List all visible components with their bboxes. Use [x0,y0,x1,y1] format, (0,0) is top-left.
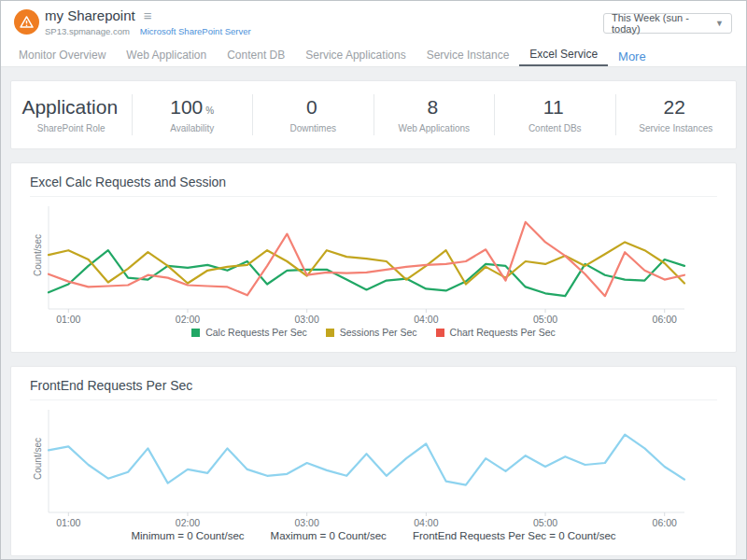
svg-text:05:00: 05:00 [533,314,557,325]
tab-more[interactable]: More [608,43,656,66]
chart-legend: Calc Requests Per Sec Sessions Per Sec C… [30,327,717,338]
svg-text:04:00: 04:00 [414,517,438,528]
legend-label: Calc Requests Per Sec [205,327,307,338]
stat-label: Web Applications [374,123,495,133]
chevron-down-icon: ▼ [715,19,724,28]
stat-content-dbs: 11 Content DBs [494,94,615,135]
legend-swatch-red [436,329,444,337]
legend-item-sessions[interactable]: Sessions Per Sec [326,327,417,338]
summary-stats-card: Application SharePoint Role 100% Availab… [10,80,737,149]
y-axis-label: Count/sec [30,203,45,307]
monitor-hostname: SP13.spmanage.com [45,26,130,36]
stat-service-instances: 22 Service Instances [615,94,737,135]
tab-web-application[interactable]: Web Application [116,43,217,66]
tab-content-db[interactable]: Content DB [217,43,295,66]
legend-swatch-yellow [326,329,334,337]
svg-text:03:00: 03:00 [295,517,319,528]
tab-monitor-overview[interactable]: Monitor Overview [8,43,116,66]
stat-label: Availability [133,123,253,133]
stat-value: 11 [543,96,564,118]
stat-value: 22 [664,96,685,118]
tab-service-applications[interactable]: Service Applications [295,43,416,66]
percent-unit: % [205,105,214,116]
time-range-dropdown[interactable]: This Week (sun - today) ▼ [603,13,732,34]
svg-text:02:00: 02:00 [176,314,200,325]
frontend-requests-line-chart: 01:0002:0003:0004:0005:0006:00 [45,406,689,529]
svg-text:04:00: 04:00 [414,314,438,325]
tab-excel-service[interactable]: Excel Service [519,43,608,66]
minimum-stat: Minimum = 0 Count/sec [131,530,244,541]
monitor-identity: my Sharepoint ≡ SP13.spmanage.com Micros… [45,7,251,36]
time-range-value: This Week (sun - today) [612,12,715,35]
chart-title: FrontEnd Requests Per Sec [30,378,717,400]
svg-text:03:00: 03:00 [295,314,319,325]
app-header: my Sharepoint ≡ SP13.spmanage.com Micros… [1,1,746,43]
stat-sharepoint-role: Application SharePoint Role [11,94,132,135]
chart-card-excel-calc-sessions: Excel Calc Requests and Session Count/se… [10,162,737,353]
legend-item-calc-requests[interactable]: Calc Requests Per Sec [191,327,307,338]
stat-label: Downtimes [253,123,374,133]
stat-value: 100 [170,96,203,118]
chart-footer-stats: Minimum = 0 Count/sec Maximum = 0 Count/… [30,530,717,541]
chart-title: Excel Calc Requests and Session [30,175,717,197]
stat-value: Application [21,96,118,118]
svg-text:06:00: 06:00 [653,314,677,325]
legend-item-chart-requests[interactable]: Chart Requests Per Sec [436,327,556,338]
monitor-status-icon [14,9,39,35]
legend-swatch-green [191,329,200,337]
maximum-stat: Maximum = 0 Count/sec [271,530,387,541]
stat-value: 0 [306,96,317,118]
stat-web-applications: 8 Web Applications [374,94,495,135]
dashboard-content: Application SharePoint Role 100% Availab… [1,67,746,556]
svg-text:02:00: 02:00 [176,517,200,528]
svg-text:06:00: 06:00 [653,517,677,528]
stat-label: SharePoint Role [11,123,132,133]
legend-label: Sessions Per Sec [340,327,417,338]
stat-value: 8 [427,96,438,118]
chart-card-frontend-requests: FrontEnd Requests Per Sec Count/sec 01:0… [10,366,737,556]
svg-text:05:00: 05:00 [533,517,557,528]
stat-label: Service Instances [616,123,737,133]
warning-triangle-icon [20,16,34,28]
monitor-title: my Sharepoint [45,7,135,23]
svg-text:01:00: 01:00 [56,314,80,325]
hamburger-menu-icon[interactable]: ≡ [144,8,152,22]
stat-availability: 100% Availability [132,94,253,135]
y-axis-label: Count/sec [30,406,45,511]
stat-downtimes: 0 Downtimes [252,94,374,135]
dashboard-page: my Sharepoint ≡ SP13.spmanage.com Micros… [0,0,747,560]
monitor-tabs: Monitor Overview Web Application Content… [1,43,746,67]
excel-calc-sessions-line-chart: 01:0002:0003:0004:0005:0006:00 [45,203,689,326]
stat-label: Content DBs [495,123,615,133]
server-type-link[interactable]: Microsoft SharePoint Server [140,26,251,36]
tab-service-instance[interactable]: Service Instance [416,43,520,66]
frontend-rps-stat: FrontEnd Requests Per Sec = 0 Count/sec [413,530,616,541]
svg-text:01:00: 01:00 [56,517,80,528]
legend-label: Chart Requests Per Sec [450,327,556,338]
